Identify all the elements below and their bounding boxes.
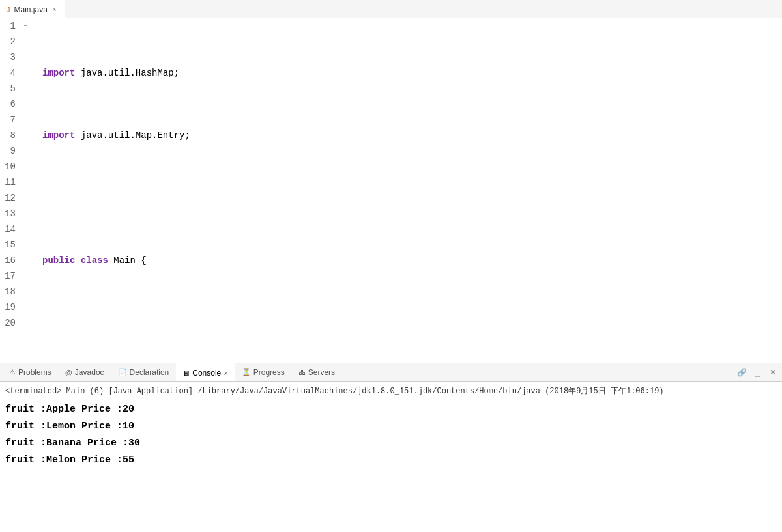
tab-label: Main.java (14, 5, 48, 14)
code-line-2: import java.util.Map.Entry; (42, 128, 782, 143)
progress-label: Progress (253, 368, 285, 377)
code-line-3 (42, 190, 782, 206)
servers-icon: 🖧 (298, 369, 306, 376)
tab-progress[interactable]: ⏳ Progress (235, 363, 292, 381)
panel-actions: 🔗 ⎯ ✕ (735, 366, 779, 379)
line-numbers-gutter: 1– 2 3 4 5 6– 7 8 9 10 11 12 13 14 15 16… (0, 18, 36, 363)
output-line-2: fruit :Lemon Price :10 (5, 418, 777, 435)
console-label: Console (192, 369, 221, 378)
progress-icon: ⏳ (242, 368, 251, 376)
code-line-1: import java.util.HashMap; (42, 65, 782, 81)
servers-label: Servers (308, 368, 335, 377)
javadoc-label: Javadoc (75, 368, 104, 377)
java-file-icon: J (7, 6, 10, 14)
tab-bar: J Main.java × (0, 0, 782, 18)
tab-declaration[interactable]: 📄 Declaration (111, 363, 177, 381)
output-line-1: fruit :Apple Price :20 (5, 401, 777, 418)
problems-label: Problems (18, 368, 51, 377)
bottom-panel: ⚠ Problems @ Javadoc 📄 Declaration 🖥 Con… (0, 363, 782, 532)
editor-area: 1– 2 3 4 5 6– 7 8 9 10 11 12 13 14 15 16… (0, 18, 782, 363)
code-line-5 (42, 315, 782, 331)
javadoc-icon: @ (65, 369, 72, 376)
console-icon: 🖥 (182, 369, 190, 377)
output-line-3: fruit :Banana Price :30 (5, 435, 777, 452)
problems-icon: ⚠ (9, 368, 16, 376)
code-line-4: public class Main { (42, 253, 782, 268)
tab-javadoc[interactable]: @ Javadoc (59, 363, 111, 381)
terminated-line: <terminated> Main (6) [Java Application]… (5, 384, 777, 399)
tab-main-java[interactable]: J Main.java × (0, 0, 65, 18)
tab-servers[interactable]: 🖧 Servers (292, 363, 342, 381)
panel-minimize-button[interactable]: ⎯ (751, 366, 764, 379)
output-line-4: fruit :Melon Price :55 (5, 452, 777, 469)
panel-tab-bar: ⚠ Problems @ Javadoc 📄 Declaration 🖥 Con… (0, 363, 782, 382)
tab-console[interactable]: 🖥 Console × (176, 363, 235, 381)
panel-pin-button[interactable]: 🔗 (735, 366, 748, 379)
declaration-icon: 📄 (118, 368, 127, 376)
code-text[interactable]: import java.util.HashMap; import java.ut… (36, 18, 782, 363)
tab-problems[interactable]: ⚠ Problems (3, 363, 59, 381)
code-container[interactable]: 1– 2 3 4 5 6– 7 8 9 10 11 12 13 14 15 16… (0, 18, 782, 363)
declaration-label: Declaration (130, 368, 169, 377)
console-close-icon[interactable]: × (224, 369, 227, 377)
console-content: <terminated> Main (6) [Java Application]… (0, 382, 782, 532)
tab-close-button[interactable]: × (51, 5, 58, 14)
panel-close-button[interactable]: ✕ (766, 366, 779, 379)
